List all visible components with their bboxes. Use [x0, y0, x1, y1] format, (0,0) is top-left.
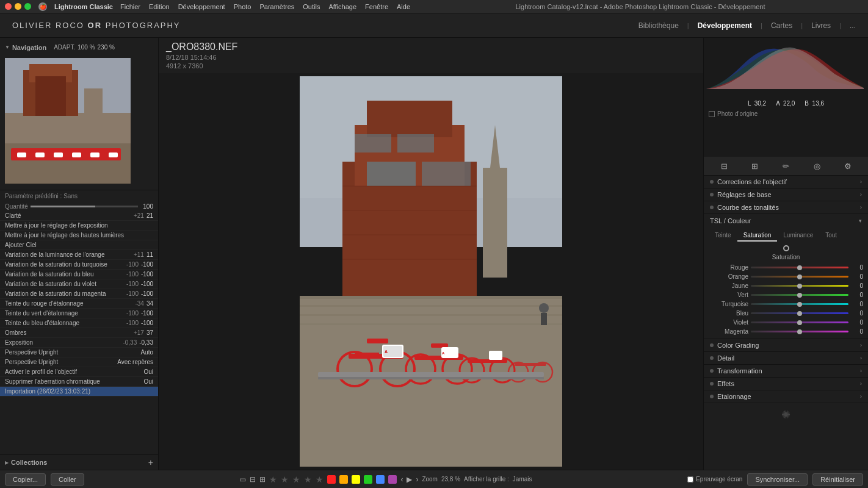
- color-label-purple[interactable]: [388, 475, 397, 484]
- history-item-sat-turquoise[interactable]: Variation de la saturation du turquoise …: [0, 260, 158, 270]
- collections-add-button[interactable]: +: [148, 458, 153, 467]
- history-item-sat-magenta[interactable]: Variation de la saturation du magenta -1…: [0, 289, 158, 299]
- rp-etalonnage[interactable]: Etalonnage ›: [704, 390, 868, 403]
- menu-developpement[interactable]: Développement: [178, 3, 225, 10]
- history-item-importation[interactable]: Importation (26/02/23 13:03:21): [0, 387, 158, 396]
- nav-cartes[interactable]: Cartes: [771, 21, 792, 30]
- tsl-tab-teinte[interactable]: Teinte: [709, 230, 737, 242]
- slider-jaune-thumb[interactable]: [797, 284, 802, 289]
- tsl-section-header[interactable]: TSL / Couleur ▾: [704, 214, 868, 228]
- slider-magenta-thumb[interactable]: [797, 329, 802, 334]
- slider-orange-thumb[interactable]: [797, 274, 802, 279]
- rp-transformation[interactable]: Transformation ›: [704, 365, 868, 378]
- brush-tool-icon[interactable]: ✏: [779, 159, 792, 173]
- tsl-dot-indicator[interactable]: [783, 245, 789, 251]
- menu-fenetre[interactable]: Fenêtre: [365, 3, 388, 10]
- sync-button[interactable]: Synchroniser...: [747, 473, 808, 486]
- star-5[interactable]: ★: [316, 475, 324, 484]
- history-item-sat-bleu[interactable]: Variation de la saturation du bleu -100 …: [0, 270, 158, 279]
- sliders-tool-icon[interactable]: ⊟: [717, 159, 731, 173]
- menu-parametres[interactable]: Paramètres: [259, 3, 294, 10]
- rp-effets[interactable]: Effets ›: [704, 378, 868, 390]
- color-label-green[interactable]: [364, 475, 372, 484]
- slider-violet-track[interactable]: [751, 321, 848, 323]
- rp-courbe-tonalites[interactable]: Courbe des tonalités ›: [704, 201, 868, 214]
- tsl-tab-tout[interactable]: Tout: [819, 230, 843, 242]
- nav-developpement[interactable]: Développement: [698, 21, 752, 30]
- menu-aide[interactable]: Aide: [397, 3, 410, 10]
- rp-color-grading[interactable]: Color Grading ›: [704, 339, 868, 352]
- reinit-button[interactable]: Réinitialiser: [812, 473, 863, 486]
- menu-edition[interactable]: Edition: [149, 3, 170, 10]
- color-label-yellow[interactable]: [352, 475, 360, 484]
- view-compare-icon[interactable]: ⊟: [250, 475, 256, 484]
- slider-turquoise-track[interactable]: [751, 303, 848, 305]
- menu-affichage[interactable]: Affichage: [328, 3, 356, 10]
- history-item-ciel[interactable]: Ajouter Ciel: [0, 240, 158, 250]
- history-item-ombres[interactable]: Ombres +17 37: [0, 328, 158, 338]
- nav-livres[interactable]: Livres: [811, 21, 831, 30]
- next-photo-icon[interactable]: ›: [416, 475, 418, 484]
- color-label-blue[interactable]: [376, 475, 385, 484]
- history-item-perspective1[interactable]: Perspective Upright Auto: [0, 348, 158, 357]
- star-3[interactable]: ★: [292, 475, 300, 484]
- menu-fichier[interactable]: Fichier: [120, 3, 140, 10]
- redeye-tool-icon[interactable]: ◎: [810, 159, 823, 173]
- quantity-slider[interactable]: [31, 206, 139, 207]
- slider-rouge-thumb[interactable]: [797, 265, 802, 270]
- history-item-luminance-orange[interactable]: Variation de la luminance de l'orange +1…: [0, 250, 158, 260]
- slider-magenta-track[interactable]: [751, 331, 848, 332]
- star-4[interactable]: ★: [304, 475, 312, 484]
- main-photo-view[interactable]: A A: [300, 76, 562, 467]
- slider-turquoise-thumb[interactable]: [797, 302, 802, 307]
- collections-header[interactable]: ▶ Collections +: [5, 458, 153, 467]
- close-button[interactable]: [5, 3, 12, 10]
- traffic-lights[interactable]: [5, 3, 31, 10]
- photo-container[interactable]: A A: [159, 73, 703, 470]
- nav-bibliotheque[interactable]: Bibliothèque: [638, 21, 679, 30]
- prev-photo-icon[interactable]: ‹: [400, 475, 403, 484]
- history-item-teinte-bleu[interactable]: Teinte du bleu d'étalonnage -100 -100: [0, 318, 158, 328]
- slider-bleu-track[interactable]: [751, 312, 848, 314]
- slider-vert-thumb[interactable]: [797, 293, 802, 298]
- history-item-exposition2[interactable]: Exposition -0,33 -0,33: [0, 338, 158, 348]
- color-label-orange[interactable]: [339, 475, 348, 484]
- menu-outils[interactable]: Outils: [303, 3, 320, 10]
- photo-thumbnail[interactable]: [5, 58, 131, 184]
- slider-vert-track[interactable]: [751, 294, 848, 296]
- history-item-profil[interactable]: Activer le profil de l'objectif Oui: [0, 367, 158, 377]
- rp-reglages-base[interactable]: Réglages de base ›: [704, 188, 868, 201]
- slider-bleu-thumb[interactable]: [797, 311, 802, 316]
- photo-origin-checkbox[interactable]: [709, 111, 715, 117]
- paste-button[interactable]: Coller: [51, 473, 84, 486]
- apple-icon[interactable]: 🍎: [38, 2, 47, 11]
- copy-button[interactable]: Copier...: [5, 473, 46, 486]
- history-item-sat-violet[interactable]: Variation de la saturation du violet -10…: [0, 279, 158, 289]
- history-item-aberration[interactable]: Supprimer l'aberration chromatique Oui: [0, 377, 158, 387]
- rp-corrections-objectif[interactable]: Corrections de l'objectif ›: [704, 176, 868, 188]
- menu-photo[interactable]: Photo: [234, 3, 251, 10]
- slider-jaune-track[interactable]: [751, 285, 848, 287]
- nav-more[interactable]: ...: [850, 21, 856, 30]
- star-1[interactable]: ★: [269, 475, 277, 484]
- color-label-red[interactable]: [327, 475, 336, 484]
- history-item-teinte-rouge[interactable]: Teinte du rouge d'étalonnage -34 34: [0, 299, 158, 309]
- history-item-perspective2[interactable]: Perspective Upright Avec repères: [0, 357, 158, 367]
- maximize-button[interactable]: [24, 3, 31, 10]
- settings-tool-icon[interactable]: ⚙: [841, 159, 855, 173]
- history-item-exposition[interactable]: Mettre à jour le réglage de l'exposition: [0, 221, 158, 231]
- minimize-button[interactable]: [15, 3, 21, 10]
- history-item-teinte-vert[interactable]: Teinte du vert d'étalonnage -100 -100: [0, 309, 158, 318]
- play-slideshow-icon[interactable]: ▶: [407, 475, 412, 484]
- navigation-header[interactable]: ▼ Navigation ADAPT. 100 % 230 %: [0, 40, 158, 54]
- tsl-tab-luminance[interactable]: Luminance: [777, 230, 819, 242]
- slider-violet-thumb[interactable]: [797, 320, 802, 325]
- star-2[interactable]: ★: [281, 475, 289, 484]
- history-item-hautes-lumieres[interactable]: Mettre à jour le réglage des hautes lumi…: [0, 231, 158, 240]
- view-survey-icon[interactable]: ⊞: [259, 475, 266, 484]
- view-loupe-icon[interactable]: ▭: [239, 475, 246, 484]
- crop-tool-icon[interactable]: ⊞: [748, 159, 762, 173]
- history-item-clarte[interactable]: Clarté +21 21: [0, 211, 158, 221]
- tsl-tab-saturation[interactable]: Saturation: [737, 230, 778, 242]
- slider-orange-track[interactable]: [751, 276, 848, 278]
